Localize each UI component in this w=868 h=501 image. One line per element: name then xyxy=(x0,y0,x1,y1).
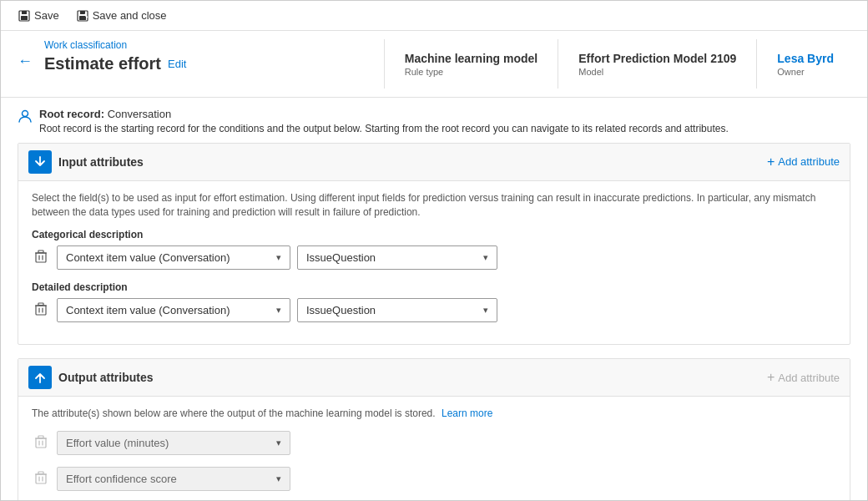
input-section-icon xyxy=(28,150,52,174)
model-col: Effort Prediction Model 2109 Model xyxy=(558,39,756,89)
detailed-field1-chevron: ▾ xyxy=(276,305,281,316)
root-record-desc: Root record is the starting record for t… xyxy=(39,122,729,136)
delete-effort-confidence-button xyxy=(32,469,50,488)
add-input-icon: + xyxy=(767,154,775,170)
root-record-entity: Conversation xyxy=(108,108,172,120)
add-output-label: Add attribute xyxy=(778,372,840,384)
detailed-field1-select[interactable]: Context item value (Conversation) ▾ xyxy=(57,298,290,322)
svg-rect-5 xyxy=(79,16,86,20)
effort-confidence-select: Effort confidence score ▾ xyxy=(57,467,290,491)
edit-link[interactable]: Edit xyxy=(168,58,186,70)
owner-label: Owner xyxy=(777,67,834,77)
page-header: ← Work classification Estimate effort Ed… xyxy=(1,31,867,98)
output-section-title: Output attributes xyxy=(58,371,154,384)
svg-rect-18 xyxy=(38,472,43,474)
save-close-icon xyxy=(76,9,89,23)
output-section-desc: The attribute(s) shown below are where t… xyxy=(32,407,836,421)
delete-effort-value-button xyxy=(32,433,50,453)
input-section-title: Input attributes xyxy=(58,155,144,169)
detailed-label: Detailed description xyxy=(32,281,836,293)
svg-rect-4 xyxy=(80,11,85,14)
save-label: Save xyxy=(34,9,59,22)
categorical-field1-select[interactable]: Context item value (Conversation) ▾ xyxy=(57,245,290,270)
owner-value: Lesa Byrd xyxy=(777,52,834,65)
categorical-row: Context item value (Conversation) ▾ Issu… xyxy=(32,245,836,270)
main-content: Root record: Conversation Root record is… xyxy=(1,98,867,501)
output-attributes-section: Output attributes + Add attribute The at… xyxy=(18,358,850,501)
effort-value-text: Effort value (minutes) xyxy=(66,437,169,449)
owner-col: Lesa Byrd Owner xyxy=(756,39,854,89)
rule-type-label: Rule type xyxy=(405,67,537,77)
input-section-desc: Select the field(s) to be used as input … xyxy=(32,191,836,220)
detailed-row: Context item value (Conversation) ▾ Issu… xyxy=(32,298,836,322)
delete-categorical-button[interactable] xyxy=(32,248,50,267)
output-section-header-left: Output attributes xyxy=(28,366,154,389)
toolbar: Save Save and close xyxy=(1,1,867,31)
categorical-field1-chevron: ▾ xyxy=(276,252,281,263)
svg-rect-1 xyxy=(22,11,27,14)
save-icon xyxy=(18,9,31,23)
add-output-attribute-button: + Add attribute xyxy=(767,370,840,385)
header-meta: Machine learning model Rule type Effort … xyxy=(384,39,854,89)
output-section-icon xyxy=(28,366,52,389)
page-title: Estimate effort xyxy=(44,54,161,73)
effort-confidence-chevron: ▾ xyxy=(276,473,281,484)
svg-point-7 xyxy=(23,111,28,117)
categorical-field2-select[interactable]: IssueQuestion ▾ xyxy=(297,245,497,270)
detailed-field1-value: Context item value (Conversation) xyxy=(66,304,230,316)
svg-rect-17 xyxy=(36,474,46,483)
output-attributes-header: Output attributes + Add attribute xyxy=(18,359,850,397)
categorical-field1-value: Context item value (Conversation) xyxy=(66,251,230,264)
input-attributes-section: Input attributes + Add attribute Select … xyxy=(18,143,850,346)
save-button[interactable]: Save xyxy=(11,6,66,26)
header-left: ← Work classification Estimate effort Ed… xyxy=(14,39,384,89)
root-record-icon xyxy=(18,109,33,127)
svg-rect-12 xyxy=(38,303,43,306)
root-record-text: Root record: Conversation Root record is… xyxy=(39,108,729,136)
categorical-label: Categorical description xyxy=(32,229,836,240)
output-section-body: The attribute(s) shown below are where t… xyxy=(18,397,850,501)
effort-confidence-row: Effort confidence score ▾ xyxy=(32,467,836,491)
effort-value-group: Effort value (minutes) ▾ xyxy=(32,431,836,455)
breadcrumb-title: Work classification Estimate effort Edit xyxy=(44,39,186,73)
detailed-field2-value: IssueQuestion xyxy=(306,304,376,316)
save-close-button[interactable]: Save and close xyxy=(69,6,174,26)
learn-more-link[interactable]: Learn more xyxy=(442,407,492,419)
effort-confidence-text: Effort confidence score xyxy=(66,473,177,485)
effort-value-chevron: ▾ xyxy=(276,438,281,448)
detailed-group: Detailed description Context item value … xyxy=(32,281,836,322)
svg-rect-11 xyxy=(36,306,46,315)
svg-rect-9 xyxy=(38,250,43,253)
add-output-icon: + xyxy=(767,370,775,385)
root-record-section: Root record: Conversation Root record is… xyxy=(18,108,850,136)
back-icon: ← xyxy=(18,53,33,69)
effort-value-row: Effort value (minutes) ▾ xyxy=(32,431,836,455)
page-title-row: Estimate effort Edit xyxy=(44,54,186,73)
categorical-field2-value: IssueQuestion xyxy=(306,251,376,264)
model-label: Model xyxy=(578,67,736,77)
svg-rect-2 xyxy=(21,16,28,20)
rule-type-col: Machine learning model Rule type xyxy=(384,39,558,89)
categorical-group: Categorical description Context item val… xyxy=(32,229,836,270)
svg-rect-14 xyxy=(36,438,46,448)
detailed-field2-select[interactable]: IssueQuestion ▾ xyxy=(297,298,497,322)
input-section-header-left: Input attributes xyxy=(28,150,144,174)
breadcrumb-link[interactable]: Work classification xyxy=(44,39,186,51)
detailed-field2-chevron: ▾ xyxy=(483,305,488,316)
effort-value-select: Effort value (minutes) ▾ xyxy=(57,431,290,455)
rule-type-value: Machine learning model xyxy=(405,52,537,65)
save-close-label: Save and close xyxy=(93,9,167,22)
svg-rect-15 xyxy=(38,436,43,438)
svg-rect-8 xyxy=(36,253,46,262)
add-input-label: Add attribute xyxy=(778,155,840,168)
input-attributes-header: Input attributes + Add attribute xyxy=(18,144,850,181)
add-input-attribute-button[interactable]: + Add attribute xyxy=(767,154,840,170)
delete-detailed-button[interactable] xyxy=(32,301,50,320)
input-section-body: Select the field(s) to be used as input … xyxy=(18,181,850,345)
model-value: Effort Prediction Model 2109 xyxy=(578,52,736,65)
categorical-field2-chevron: ▾ xyxy=(483,252,488,263)
back-button[interactable]: ← xyxy=(14,51,36,72)
root-record-label: Root record: xyxy=(39,108,108,120)
effort-confidence-group: Effort confidence score ▾ xyxy=(32,467,836,491)
